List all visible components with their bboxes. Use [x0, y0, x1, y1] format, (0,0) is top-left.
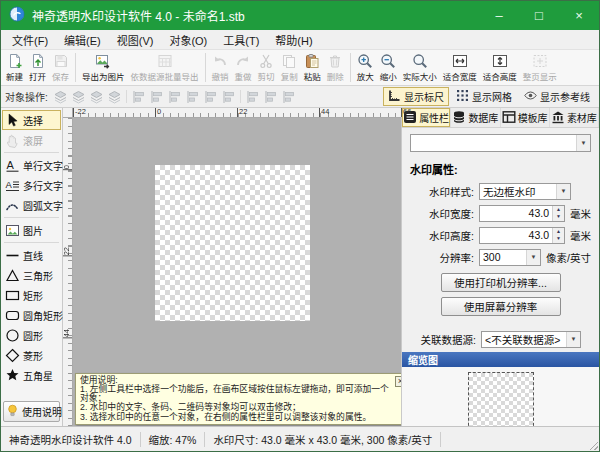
use-screen-resolution-button[interactable]: 使用屏幕分辨率	[441, 297, 561, 316]
chevron-down-icon: ▼	[576, 135, 590, 151]
watermark-artboard[interactable]	[155, 165, 310, 321]
zoom-in-button[interactable]: 放大	[354, 51, 377, 84]
watermark-style-dropdown[interactable]: 无边框水印▼	[479, 183, 571, 200]
tab-templates[interactable]: 模板库	[501, 108, 550, 127]
picture-icon	[4, 223, 20, 238]
info-close-icon[interactable]: ×	[395, 376, 401, 387]
main-toolbar: 新建打开保存导出为图片依数据源批量导出撤销重做剪切复制粘贴删除放大缩小实际大小适…	[1, 50, 599, 86]
zoom-actual-icon	[412, 53, 428, 69]
watermark-width-spinner[interactable]: 43.0▲▼	[479, 205, 565, 222]
save-icon	[53, 53, 69, 69]
rounded-rectangle-label: 圆角矩形	[23, 308, 63, 323]
resolution-buttons: 使用打印机分辨率...使用屏幕分辨率	[410, 273, 591, 316]
tool-diamond[interactable]: 菱形	[2, 345, 61, 365]
new-button[interactable]: 新建	[3, 51, 26, 84]
resize-grip[interactable]	[587, 439, 598, 450]
watermark-style-value: 无边框水印	[480, 184, 556, 199]
spinner-down-icon[interactable]: ▼	[553, 213, 564, 221]
redo-button: 重做	[232, 51, 255, 84]
toolbar-separator	[350, 53, 351, 82]
tool-multi-line-text[interactable]: A多行文字	[2, 175, 61, 195]
multi-text-icon: A	[4, 178, 20, 193]
object-operations-icons	[52, 89, 297, 105]
canvas[interactable]: 使用说明: 1. 左侧工具栏中选择一个功能后，在画布区域按住鼠标左键拖动，即可添…	[73, 118, 401, 426]
menu-item-view[interactable]: 视图(V)	[109, 31, 162, 49]
object-ops-separator	[240, 90, 241, 103]
object-selector-dropdown[interactable]: ▼	[410, 134, 591, 152]
database-tab-label: 数据库	[468, 110, 498, 125]
tool-select[interactable]: 选择	[2, 110, 61, 130]
fit-height-button[interactable]: 适合高度	[480, 51, 520, 84]
copy-label: 复制	[281, 70, 298, 82]
spinner-down-icon[interactable]: ▼	[553, 235, 564, 243]
redo-label: 重做	[235, 70, 252, 82]
export-image-label: 导出为图片	[82, 70, 125, 82]
bring-to-front-icon	[88, 89, 105, 105]
tab-materials[interactable]: 素材库	[550, 108, 599, 127]
watermark-height-spinner[interactable]: 43.0▲▼	[479, 227, 565, 244]
tool-circle[interactable]: 圆形	[2, 325, 61, 345]
batch-export-icon	[157, 53, 173, 69]
zoom-out-button[interactable]: 缩小	[377, 51, 400, 84]
toolbar-separator	[75, 53, 76, 82]
single-text-icon: A	[4, 158, 20, 173]
watermark-properties-title: 水印属性:	[410, 161, 591, 177]
tool-arc-text[interactable]: 圆弧文字	[2, 195, 61, 215]
arc-text-icon	[4, 198, 20, 213]
ruler-corner	[63, 108, 73, 118]
app-window: 神奇透明水印设计软件 4.0 - 未命名1.stb – □ × 文件(F)编辑(…	[0, 0, 600, 452]
copy-button: 复制	[278, 51, 301, 84]
spinner-up-icon[interactable]: ▲	[553, 228, 564, 236]
tool-sidebar: 选择滚屏A单行文字A多行文字圆弧文字图片直线三角形矩形圆角矩形圆形菱形五角星 使…	[1, 108, 63, 426]
close-button[interactable]: ×	[559, 1, 599, 30]
view-toggles: 显示标尺显示网格显示参考线	[383, 87, 595, 106]
resolution-row: 分辨率:300▼像素/英寸	[410, 246, 591, 268]
rectangle-label: 矩形	[23, 288, 43, 303]
use-printer-resolution-button[interactable]: 使用打印机分辨率...	[441, 273, 561, 292]
tool-rectangle[interactable]: 矩形	[2, 285, 61, 305]
help-button-label: 使用说明	[22, 404, 62, 419]
chevron-down-icon[interactable]: ▼	[556, 184, 570, 199]
paste-button[interactable]: 粘贴	[301, 51, 324, 84]
fit-width-button[interactable]: 适合宽度	[440, 51, 480, 84]
minimize-button[interactable]: –	[479, 1, 519, 30]
tool-single-line-text[interactable]: A单行文字	[2, 155, 61, 175]
tool-line[interactable]: 直线	[2, 245, 61, 265]
resolution-dropdown[interactable]: 300▼	[479, 249, 541, 266]
spinner-arrows-icon[interactable]: ▲▼	[552, 228, 564, 243]
maximize-button[interactable]: □	[519, 1, 559, 30]
horizontal-ruler: -220224466	[73, 108, 401, 118]
menu-item-tools[interactable]: 工具(T)	[215, 31, 267, 49]
line-icon	[4, 248, 20, 263]
tool-separator	[4, 217, 59, 218]
datasource-label: 关联数据源:	[410, 332, 476, 347]
diamond-icon	[4, 348, 20, 363]
tool-triangle[interactable]: 三角形	[2, 265, 61, 285]
tab-database[interactable]: 数据库	[451, 108, 500, 127]
show-guides-toggle[interactable]: 显示参考线	[519, 87, 595, 106]
hand-icon	[4, 133, 20, 148]
open-button[interactable]: 打开	[26, 51, 49, 84]
chevron-down-icon[interactable]: ▼	[526, 250, 540, 265]
actual-size-button[interactable]: 实际大小	[400, 51, 440, 84]
tool-star[interactable]: 五角星	[2, 365, 61, 385]
show-grid-toggle[interactable]: 显示网格	[451, 87, 517, 106]
object-ops-separator	[126, 90, 127, 103]
tool-picture[interactable]: 图片	[2, 220, 61, 240]
panel-content: ▼ 水印属性: 水印样式:无边框水印▼水印宽度:43.0▲▼毫米水印高度:43.…	[402, 128, 599, 352]
menu-item-object[interactable]: 对象(O)	[161, 31, 215, 49]
menu-item-file[interactable]: 文件(F)	[4, 31, 56, 49]
show-ruler-toggle[interactable]: 显示标尺	[383, 87, 449, 106]
new-label: 新建	[6, 70, 23, 82]
status-bar: 神奇透明水印设计软件 4.0 缩放: 47% 水印尺寸: 43.0 毫米 x 4…	[1, 426, 599, 451]
datasource-dropdown[interactable]: <不关联数据源> ▼	[481, 331, 581, 348]
export-image-button[interactable]: 导出为图片	[79, 51, 128, 84]
tool-rounded-rectangle[interactable]: 圆角矩形	[2, 305, 61, 325]
status-zoom: 缩放: 47%	[141, 432, 206, 447]
help-button[interactable]: 使用说明	[3, 401, 60, 422]
menu-item-edit[interactable]: 编辑(E)	[56, 31, 109, 49]
menu-item-help[interactable]: 帮助(H)	[267, 31, 320, 49]
spinner-up-icon[interactable]: ▲	[553, 206, 564, 214]
watermark-style-row: 水印样式:无边框水印▼	[410, 180, 591, 202]
spinner-arrows-icon[interactable]: ▲▼	[552, 206, 564, 221]
